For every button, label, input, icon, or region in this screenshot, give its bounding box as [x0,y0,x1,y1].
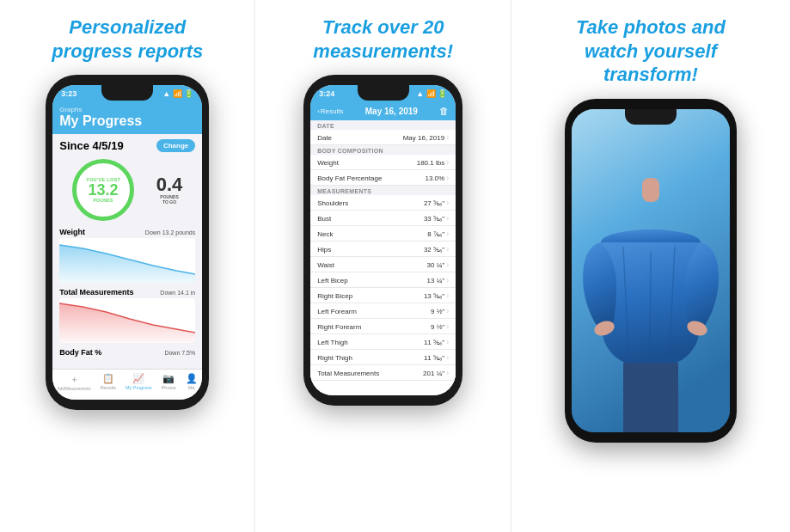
panel-2-title: Track over 20 measurements! [313,15,453,63]
section-bodycomp: Body Composition [310,145,456,155]
measurement-row[interactable]: Bust 33 ⁵⁄₁₆" › [310,211,456,226]
measurement-value: 13 ¼" › [427,276,450,284]
weight-value-text: 180.1 lbs [417,159,444,167]
phone-2-screen: 3:24 ▲ 📶 🔋 ‹ Results May 16, 2019 🗑 Date [310,85,456,395]
measurement-value-text: 9 ½" [431,323,444,331]
weight-chart-section: Weight Down 13.2 pounds [52,224,202,284]
section-measurements: Measurements [310,186,456,195]
tab-add-icon: ＋ [70,373,79,386]
measurement-label: Bust [317,215,331,223]
measurements-sublabel: Down 14.1 in [160,290,195,296]
measurements-chart-section: Total Measurements Down 14.1 in [52,284,202,345]
bodyfat-section: Body Fat % Down 7.5% [52,345,202,360]
measurements-rows: Shoulders 27 ⁵⁄₁₆" › Bust 33 ⁵⁄₁₆" › Nec… [310,195,456,381]
measurement-value: 11 ⁵⁄₁₆" › [424,353,449,362]
measurement-label: Right Bicep [317,292,352,300]
measurement-label: Right Thigh [317,354,352,362]
tab-progress-icon: 📈 [132,373,144,384]
phone-1-frame: 3:23 ▲ 📶 🔋 Graphs My Progress Since 4/5/… [46,75,209,410]
measurement-label: Left Thigh [317,339,347,346]
status-icons-2: ▲ 📶 🔋 [416,89,447,98]
measurement-row[interactable]: Hips 32 ⁵⁄₁₆" › [310,242,456,257]
panel-3-title: Take photos and watch yourself transform… [576,15,726,87]
measurement-row[interactable]: Left Forearm 9 ½" › [310,303,456,319]
panel-1-title: Personalized progress reports [52,15,203,63]
person-photo [572,109,730,432]
date-row[interactable]: Date May 16, 2019 › [310,130,456,145]
panel-3: Take photos and watch yourself transform… [511,0,790,532]
bodyfat-row-label: Body Fat Percentage [317,174,382,182]
measurement-label: Neck [317,230,333,238]
tab-me[interactable]: 👤 Me [186,373,198,398]
tab-add-label: Add/Measurements [58,387,91,391]
measurement-row[interactable]: Right Thigh 11 ⁵⁄₁₆" › [310,350,456,365]
nav-icon-2[interactable]: 🗑 [439,106,449,116]
bodyfat-label: Body Fat % [59,348,101,357]
measurements-chart-header: Total Measurements Down 14.1 in [59,288,195,297]
tab-me-label: Me [188,385,195,390]
measurement-chevron: › [446,276,449,284]
tab-bar-1: ＋ Add/Measurements 📋 Results 📈 My Progre… [52,369,202,400]
circles-row: YOU'VE LOST 13.2 POUNDS 0.4 POUNDS TO GO [52,156,202,224]
date-chevron: › [446,133,449,142]
measurement-value-text: 32 ⁵⁄₁₆" [424,246,444,254]
phone-2-frame: 3:24 ▲ 📶 🔋 ‹ Results May 16, 2019 🗑 Date [303,75,462,406]
measurement-chevron: › [446,353,449,362]
change-btn[interactable]: Change [156,139,195,152]
nav-bar-1: Graphs My Progress [52,102,202,134]
measurement-value-text: 11 ⁵⁄₁₆" [424,354,444,362]
measurement-row[interactable]: Left Thigh 11 ⁵⁄₁₆" › [310,334,456,350]
measurement-label: Shoulders [317,199,348,207]
lost-number: 13.2 [89,182,119,198]
tab-photos[interactable]: 📷 Photos [162,373,176,398]
back-chevron: ‹ [317,107,320,115]
since-text: Since 4/5/19 [59,139,123,152]
measurement-value: 8 ⁷⁄₁₆" › [427,229,449,238]
measurement-value: 9 ½" › [431,322,449,331]
measurement-row[interactable]: Left Bicep 13 ¼" › [310,272,456,288]
nav-bar-2: ‹ Results May 16, 2019 🗑 [310,102,456,120]
measurement-chevron: › [446,245,449,254]
measurement-row[interactable]: Right Bicep 13 ⁵⁄₁₆" › [310,288,456,303]
weight-chevron: › [446,158,449,167]
tab-results-label: Results [101,385,116,390]
measurement-chevron: › [446,369,449,377]
measurement-value-text: 13 ¼" [427,277,445,284]
phone-1-screen: 3:23 ▲ 📶 🔋 Graphs My Progress Since 4/5/… [52,85,202,400]
weight-row-label: Weight [317,159,339,167]
bodyfat-row[interactable]: Body Fat Percentage 13.0% › [310,170,456,186]
tab-add[interactable]: ＋ Add/Measurements [58,373,91,398]
measurement-value: 32 ⁵⁄₁₆" › [424,245,449,254]
nav-back-2[interactable]: ‹ Results [317,107,343,115]
tab-progress[interactable]: 📈 My Progress [126,373,152,398]
back-label: Results [321,107,344,115]
panel-1: Personalized progress reports 3:23 ▲ 📶 🔋… [0,0,254,532]
measurements-chart [59,298,195,343]
svg-rect-3 [642,178,659,202]
svg-marker-1 [59,303,195,343]
weight-chart [59,238,195,283]
tab-results[interactable]: 📋 Results [101,373,116,398]
measurement-row[interactable]: Neck 8 ⁷⁄₁₆" › [310,226,456,242]
measurement-value: 11 ⁵⁄₁₆" › [424,338,449,346]
measurement-row[interactable]: Total Measurements 201 ¼" › [310,365,456,381]
measurement-row[interactable]: Shoulders 27 ⁵⁄₁₆" › [310,195,456,211]
measurement-chevron: › [446,307,449,315]
measurement-row[interactable]: Waist 30 ¼" › [310,257,456,272]
phone-3-screen [572,109,730,432]
progress-circle-small: 0.4 POUNDS TO GO [156,175,183,205]
weight-row[interactable]: Weight 180.1 lbs › [310,155,456,170]
measurement-value-text: 11 ⁵⁄₁₆" [424,339,444,346]
measurement-chevron: › [446,199,449,207]
measurement-row[interactable]: Right Forearm 9 ½" › [310,319,456,334]
status-icons-1: ▲ 📶 🔋 [162,89,193,98]
tab-progress-label: My Progress [126,385,152,390]
bodyfat-value-text: 13.0% [425,174,444,182]
measurement-value: 30 ¼" › [427,260,450,269]
measurements-list: Date Date May 16, 2019 › Body Compositio… [310,120,456,395]
tab-results-icon: 📋 [102,373,114,384]
bodyfat-sublabel: Down 7.5% [164,350,195,356]
bodyfat-chevron: › [446,174,449,182]
measurement-label: Total Measurements [317,370,379,377]
measurement-value-text: 8 ⁷⁄₁₆" [427,230,444,238]
